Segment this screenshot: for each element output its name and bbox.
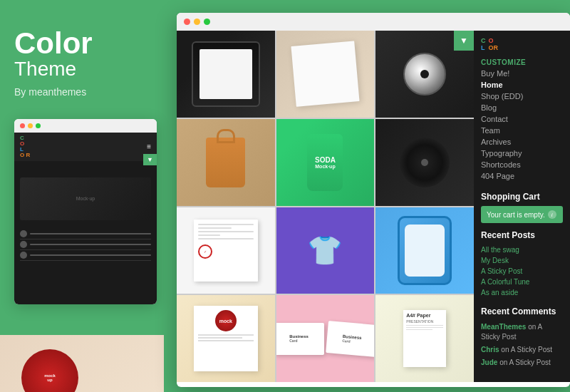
mini-text-line	[30, 233, 151, 234]
mini-dot-yellow	[28, 123, 33, 128]
comment-text-3: on A Sticky Post	[499, 359, 551, 366]
shopping-cart-title: Shopping Cart	[481, 192, 563, 202]
mini-text-line	[30, 244, 151, 245]
comment-item-1: MeanThemes on A Sticky Post	[481, 321, 563, 344]
mini-avatar	[20, 230, 27, 237]
post-item-2[interactable]: My Desk	[481, 255, 563, 266]
browser-dot-red	[184, 19, 190, 25]
mini-list	[14, 226, 157, 264]
recent-comments-title: Recent Comments	[481, 306, 563, 316]
mockup-can: SODA Mock·up	[307, 134, 343, 191]
comment-author-2[interactable]: Chris	[481, 346, 499, 354]
recent-comments-list: MeanThemes on A Sticky Post Chris on A S…	[481, 321, 563, 369]
grid-cell-4[interactable]	[177, 119, 275, 206]
mini-list-item	[20, 229, 151, 239]
mockup-vinyl	[400, 138, 450, 187]
brand-title: Color Theme By meanthemes	[14, 29, 157, 98]
mini-avatar	[20, 241, 27, 248]
comment-item-2: Chris on A Sticky Post	[481, 344, 563, 356]
nav-item-contact[interactable]: Contact	[481, 113, 563, 125]
mini-avatar	[20, 252, 27, 259]
nav-item-home[interactable]: Home	[481, 79, 563, 91]
left-panel: Color Theme By meanthemes C O L O R ≡ ▼	[0, 0, 171, 392]
cart-empty-text: Your cart is empty.	[487, 211, 545, 219]
post-item-4[interactable]: A Colorful Tune	[481, 277, 563, 287]
mini-text-line	[30, 254, 151, 256]
mockup-cd	[403, 53, 446, 96]
post-item-3[interactable]: A Sticky Post	[481, 266, 563, 277]
main-browser-body: ▼	[177, 31, 570, 382]
mini-list-item	[20, 239, 151, 250]
post-item-1[interactable]: All the swag	[481, 244, 563, 255]
mini-browser-content: C O L O R ≡ ▼ Mock·up	[14, 133, 157, 304]
doc-line	[198, 231, 253, 232]
main-browser: ▼	[177, 13, 570, 387]
nav-item-shop[interactable]: Shop (EDD)	[481, 91, 563, 102]
mini-browser-bar	[14, 119, 157, 133]
grid-cell-11[interactable]: Business Card Business Card	[276, 295, 375, 382]
website-sidebar: C O L OR CUSTOMIZE Buy Me! Home Shop (ED…	[474, 31, 570, 382]
doc-line	[198, 227, 231, 229]
mini-dot-red	[20, 123, 25, 128]
portfolio-grid-area: ▼	[177, 31, 474, 382]
grid-cell-1[interactable]	[177, 31, 275, 118]
customize-label[interactable]: CUSTOMIZE	[481, 58, 563, 66]
mockup-phone-case	[398, 216, 452, 285]
grid-cell-10[interactable]: mock	[177, 295, 275, 382]
nav-item-archives[interactable]: Archives	[481, 136, 563, 148]
filter-button[interactable]: ▼	[454, 31, 474, 51]
mini-browser-preview: C O L O R ≡ ▼ Mock·up	[14, 119, 157, 304]
cart-empty-box: Your cart is empty. i	[481, 206, 563, 223]
browser-dot-yellow	[194, 19, 200, 25]
grid-cell-12[interactable]: A4# Paper PRESENTATION	[375, 295, 474, 382]
mini-dot-green	[36, 123, 41, 128]
mockup-business-card: Business Card	[276, 323, 324, 355]
grid-cell-6[interactable]	[375, 119, 474, 206]
mini-hamburger-icon: ≡	[147, 143, 151, 150]
mockup-phone	[192, 41, 260, 106]
phone-screen	[200, 49, 252, 99]
comment-item-3: Jude on A Sticky Post	[481, 356, 563, 369]
mockup-paper	[291, 41, 360, 108]
portfolio-grid: SODA Mock·up ✓	[177, 31, 474, 382]
comment-author-1[interactable]: MeanThemes	[481, 323, 526, 331]
doc-line	[198, 234, 220, 236]
comment-text-2: on A Sticky Post	[501, 346, 552, 354]
nav-item-shortcodes[interactable]: Shortcodes	[481, 159, 563, 170]
phone-case-inner	[405, 225, 445, 277]
grid-cell-7[interactable]: ✓	[177, 207, 275, 294]
recent-posts-list: All the swag My Desk A Sticky Post A Col…	[481, 244, 563, 298]
logo-letter-o: O	[489, 38, 499, 44]
mockup-business-card-2: Business Card	[326, 321, 375, 357]
mini-mockup-area: Mock·up	[14, 172, 157, 226]
mockup-document: ✓	[194, 220, 257, 282]
grid-cell-9[interactable]	[375, 207, 474, 294]
logo-letter-l: L	[481, 45, 488, 51]
nav-item-blog[interactable]: Blog	[481, 102, 563, 113]
grid-cell-5[interactable]: SODA Mock·up	[276, 119, 375, 206]
logo-letter-c: C	[481, 38, 488, 44]
sidebar-logo: C O L OR	[481, 38, 498, 51]
sidebar-nav: Buy Me! Home Shop (EDD) Blog Contact Tea…	[481, 68, 563, 182]
mockup-a4-paper: A4# Paper PRESENTATION	[403, 310, 446, 367]
mockup-letterhead: mock	[194, 306, 257, 371]
nav-item-404[interactable]: 404 Page	[481, 170, 563, 182]
cart-info-icon: i	[548, 210, 556, 219]
nav-item-team[interactable]: Team	[481, 125, 563, 136]
doc-line	[198, 224, 253, 225]
grid-cell-2[interactable]	[276, 31, 375, 118]
bottom-left-image: mockup	[0, 335, 164, 392]
main-browser-bar	[177, 13, 570, 31]
comment-author-3[interactable]: Jude	[481, 359, 497, 366]
nav-item-typography[interactable]: Typography	[481, 148, 563, 159]
mini-logo: C O L O R	[20, 135, 30, 158]
nav-item-buyme[interactable]: Buy Me!	[481, 68, 563, 79]
mini-nav: C O L O R ≡	[14, 133, 157, 161]
bottom-circle: mockup	[21, 349, 78, 392]
logo-letter-r: OR	[489, 45, 499, 51]
doc-stamp: ✓	[198, 244, 212, 259]
grid-cell-8[interactable]: 👕	[276, 207, 375, 294]
post-item-5[interactable]: As an aside	[481, 287, 563, 298]
mini-list-item	[20, 250, 151, 261]
mini-filter-button[interactable]: ▼	[143, 154, 157, 165]
